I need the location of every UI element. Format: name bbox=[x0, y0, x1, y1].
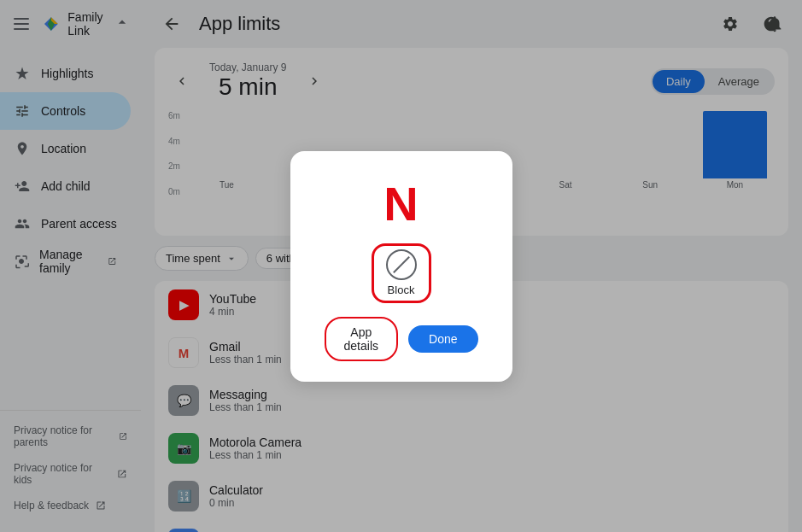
netflix-logo: N bbox=[376, 178, 427, 230]
block-label: Block bbox=[388, 284, 415, 296]
netflix-n-letter: N bbox=[383, 180, 418, 228]
modal-overlay[interactable]: N Block App details Done bbox=[0, 0, 802, 532]
done-button[interactable]: Done bbox=[408, 325, 477, 353]
app-details-button[interactable]: App details bbox=[325, 317, 399, 361]
modal-actions: App details Done bbox=[325, 317, 478, 361]
app-modal: N Block App details Done bbox=[290, 151, 512, 382]
block-button[interactable]: Block bbox=[372, 243, 431, 303]
block-circle-icon bbox=[386, 249, 417, 280]
